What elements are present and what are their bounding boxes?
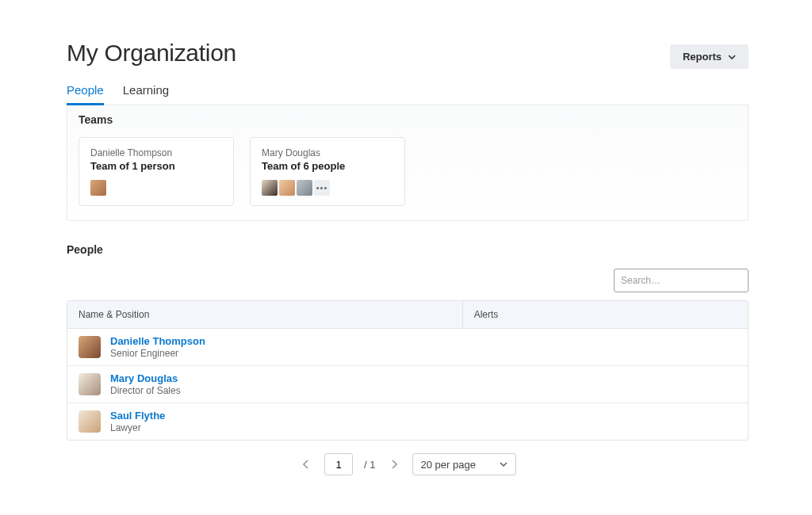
avatar	[79, 373, 101, 395]
tab-learning[interactable]: Learning	[123, 83, 169, 105]
person-name-link[interactable]: Saul Flythe	[110, 410, 165, 422]
team-card[interactable]: Danielle Thompson Team of 1 person	[79, 137, 234, 206]
tabs: People Learning	[67, 83, 749, 105]
reports-button[interactable]: Reports	[670, 44, 749, 69]
team-card[interactable]: Mary Douglas Team of 6 people •••	[250, 137, 405, 206]
next-page-button[interactable]	[387, 457, 401, 471]
reports-label: Reports	[683, 51, 722, 63]
person-name-link[interactable]: Danielle Thompson	[110, 335, 205, 347]
teams-heading: Teams	[79, 113, 737, 126]
avatar	[279, 180, 295, 196]
person-position: Director of Sales	[110, 385, 181, 396]
team-owner: Mary Douglas	[262, 147, 393, 158]
teams-section: Teams Danielle Thompson Team of 1 person…	[67, 105, 749, 221]
column-header-name[interactable]: Name & Position	[67, 301, 462, 328]
avatar	[262, 180, 278, 196]
search-input[interactable]	[621, 275, 740, 286]
page-title: My Organization	[67, 40, 236, 67]
column-header-alerts[interactable]: Alerts	[462, 301, 748, 328]
avatar	[297, 180, 312, 196]
person-position: Lawyer	[110, 422, 165, 433]
tab-people[interactable]: People	[67, 83, 104, 105]
person-position: Senior Engineer	[110, 348, 205, 359]
table-row[interactable]: Mary Douglas Director of Sales	[67, 366, 748, 403]
chevron-down-icon	[728, 55, 736, 59]
chevron-left-icon	[303, 460, 309, 469]
people-heading: People	[67, 243, 749, 256]
avatar	[79, 336, 101, 358]
team-size: Team of 6 people	[262, 160, 393, 172]
table-row[interactable]: Danielle Thompson Senior Engineer	[67, 329, 748, 366]
avatar	[79, 410, 101, 433]
table-row[interactable]: Saul Flythe Lawyer	[67, 403, 748, 440]
page-total: / 1	[364, 459, 375, 471]
more-avatars-icon[interactable]: •••	[314, 180, 330, 196]
person-name-link[interactable]: Mary Douglas	[110, 372, 181, 384]
per-page-label: 20 per page	[421, 459, 476, 471]
team-owner: Danielle Thompson	[90, 147, 222, 158]
team-size: Team of 1 person	[90, 160, 222, 172]
per-page-select[interactable]: 20 per page	[412, 453, 516, 475]
page-input[interactable]	[324, 453, 353, 475]
chevron-right-icon	[391, 460, 397, 469]
pagination: / 1 20 per page	[67, 453, 749, 475]
avatar	[90, 180, 106, 196]
search-box[interactable]	[614, 269, 749, 292]
chevron-down-icon	[500, 462, 508, 467]
prev-page-button[interactable]	[299, 457, 313, 471]
people-table: Name & Position Alerts Danielle Thompson…	[67, 300, 749, 441]
